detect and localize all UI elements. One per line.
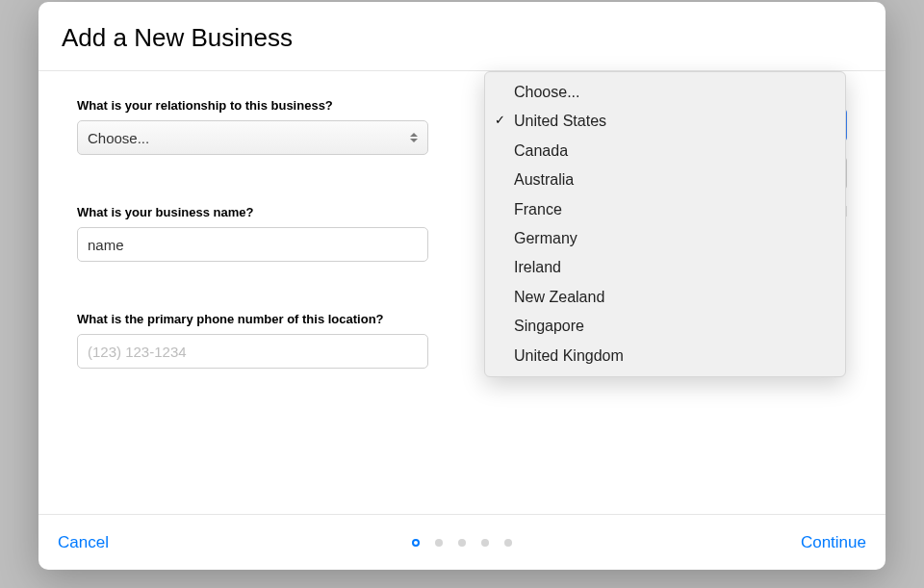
country-option[interactable]: Ireland — [485, 253, 845, 282]
country-option[interactable]: France — [485, 195, 845, 224]
relationship-select-value: Choose... — [88, 130, 149, 146]
relationship-label: What is your relationship to this busine… — [77, 98, 428, 113]
cancel-button[interactable]: Cancel — [58, 533, 109, 552]
country-option-label: United States — [514, 113, 606, 129]
country-option-label: United Kingdom — [514, 347, 624, 364]
pager-dot[interactable] — [458, 539, 466, 547]
relationship-select[interactable]: Choose... — [77, 120, 428, 155]
business-name-input[interactable] — [77, 227, 428, 262]
country-option-label: New Zealand — [514, 289, 604, 305]
country-option-label: Singapore — [514, 318, 584, 334]
business-name-label: What is your business name? — [77, 205, 428, 219]
country-option[interactable]: Germany — [485, 224, 845, 253]
check-icon: ✓ — [495, 112, 505, 129]
country-option[interactable]: United Kingdom — [485, 342, 845, 371]
country-option[interactable]: Choose... — [485, 78, 845, 107]
country-option[interactable]: Canada — [485, 137, 845, 166]
select-caret-icon — [408, 129, 420, 146]
phone-input[interactable] — [77, 334, 428, 369]
modal-backdrop: Add a New Business What is your relation… — [0, 0, 924, 588]
left-column: What is your relationship to this busine… — [77, 98, 428, 419]
pager-dot[interactable] — [412, 539, 420, 547]
country-option-label: Ireland — [514, 259, 561, 275]
phone-label: What is the primary phone number of this… — [77, 312, 428, 326]
country-option-label: Australia — [514, 171, 574, 188]
relationship-field: What is your relationship to this busine… — [77, 98, 428, 155]
country-option-label: Germany — [514, 230, 578, 246]
phone-field: What is the primary phone number of this… — [77, 312, 428, 369]
country-option-label: Canada — [514, 142, 568, 159]
continue-button[interactable]: Continue — [801, 533, 866, 552]
modal-header: Add a New Business — [38, 2, 886, 71]
modal-title: Add a New Business — [62, 23, 847, 53]
pager-dot[interactable] — [435, 539, 443, 547]
pager-dot[interactable] — [504, 539, 512, 547]
country-option[interactable]: Australia — [485, 166, 845, 194]
modal-body: What is your relationship to this busine… — [38, 71, 886, 514]
country-option[interactable]: New Zealand — [485, 283, 845, 312]
country-option-label: Choose... — [514, 84, 579, 100]
pager-dot[interactable] — [481, 539, 489, 547]
country-dropdown[interactable]: Choose...✓United StatesCanadaAustraliaFr… — [484, 71, 846, 377]
country-option[interactable]: Singapore — [485, 312, 845, 341]
step-pager — [412, 539, 512, 547]
add-business-modal: Add a New Business What is your relation… — [38, 2, 886, 570]
country-option[interactable]: ✓United States — [485, 107, 845, 136]
modal-footer: Cancel Continue — [38, 514, 886, 570]
business-name-field: What is your business name? — [77, 205, 428, 262]
country-option-label: France — [514, 201, 562, 217]
